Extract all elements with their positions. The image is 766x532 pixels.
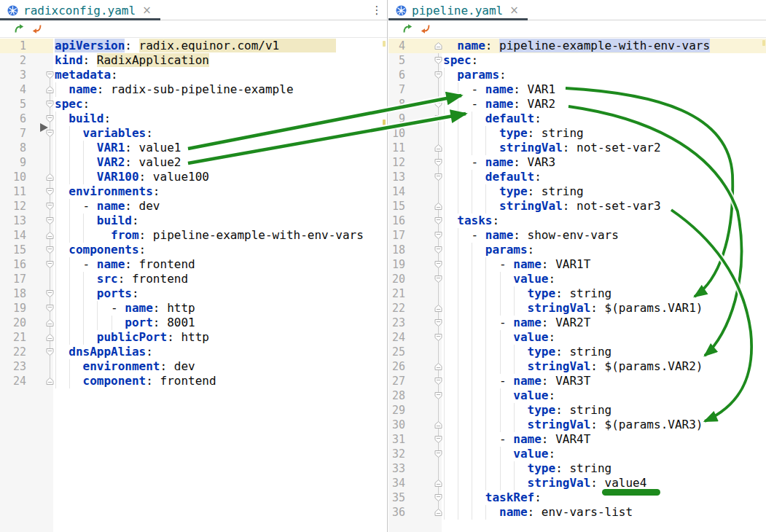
fold-marker-icon[interactable] bbox=[434, 450, 442, 458]
more-options-icon[interactable]: ⋮ bbox=[371, 2, 383, 18]
code-line[interactable]: 23 - name: VAR2T bbox=[388, 316, 766, 330]
code-line[interactable]: 16 - name: frontend bbox=[0, 257, 387, 272]
code-line[interactable]: 12 - name: dev bbox=[0, 199, 387, 214]
code-line[interactable]: 6 build: bbox=[0, 112, 387, 126]
fold-marker-icon[interactable] bbox=[434, 377, 442, 386]
editor-radixconfig[interactable]: 1apiVersion: radix.equinor.com/v12kind: … bbox=[0, 39, 387, 532]
code-line[interactable]: 36 name: env-vars-list bbox=[388, 505, 766, 520]
code-line[interactable]: 30 stringVal: $(params.VAR3) bbox=[388, 418, 766, 432]
fold-marker-icon[interactable] bbox=[46, 231, 54, 240]
fold-marker-icon[interactable] bbox=[434, 173, 442, 181]
code-line[interactable]: 10 VAR100: value100 bbox=[0, 170, 387, 184]
code-line[interactable]: 10 type: string bbox=[388, 126, 766, 141]
orange-arrow-icon[interactable] bbox=[421, 23, 431, 34]
code-line[interactable]: 8 - name: VAR2 bbox=[388, 97, 766, 112]
code-line[interactable]: 28 value: bbox=[388, 388, 766, 403]
fold-marker-icon[interactable] bbox=[46, 216, 54, 225]
code-line[interactable]: 19 - name: http bbox=[0, 301, 387, 316]
tab-pipeline[interactable]: pipeline.yaml × bbox=[388, 0, 528, 20]
fold-marker-icon[interactable] bbox=[46, 304, 54, 313]
code-line[interactable]: 31 - name: VAR4T bbox=[388, 432, 766, 447]
code-line[interactable]: 26 stringVal: $(params.VAR2) bbox=[388, 359, 766, 374]
code-line[interactable]: 9 default: bbox=[388, 112, 766, 126]
fold-marker-icon[interactable] bbox=[434, 275, 442, 283]
code-line[interactable]: 34 stringVal: value4 bbox=[388, 476, 766, 490]
code-line[interactable]: 11 environments: bbox=[0, 184, 387, 199]
green-arrow-icon[interactable] bbox=[402, 23, 413, 34]
fold-marker-icon[interactable] bbox=[434, 144, 442, 152]
fold-marker-icon[interactable] bbox=[434, 71, 442, 79]
code-line[interactable]: 14 type: string bbox=[388, 184, 766, 199]
fold-marker-icon[interactable] bbox=[434, 42, 442, 50]
fold-marker-icon[interactable] bbox=[434, 420, 442, 429]
fold-marker-icon[interactable] bbox=[46, 85, 54, 94]
code-line[interactable]: 33 type: string bbox=[388, 461, 766, 476]
code-line[interactable]: 11 stringVal: not-set-var2 bbox=[388, 141, 766, 155]
fold-marker-icon[interactable] bbox=[434, 362, 442, 371]
code-line[interactable]: 20 value: bbox=[388, 272, 766, 286]
fold-marker-icon[interactable] bbox=[46, 260, 54, 269]
fold-marker-icon[interactable] bbox=[434, 231, 442, 240]
fold-marker-icon[interactable] bbox=[434, 246, 442, 254]
fold-marker-icon[interactable] bbox=[434, 114, 442, 123]
code-line[interactable]: 22 dnsAppAlias: bbox=[0, 345, 387, 359]
code-line[interactable]: 15 stringVal: not-set-var3 bbox=[388, 199, 766, 214]
fold-marker-icon[interactable] bbox=[434, 304, 442, 313]
tab-close-icon[interactable]: × bbox=[509, 4, 519, 17]
code-line[interactable]: 23 environment: dev bbox=[0, 359, 387, 374]
code-line[interactable]: 24 value: bbox=[388, 330, 766, 345]
code-line[interactable]: 13 default: bbox=[388, 170, 766, 184]
fold-marker-icon[interactable] bbox=[434, 260, 442, 269]
tab-radixconfig[interactable]: radixconfig.yaml × bbox=[0, 0, 160, 20]
code-line[interactable]: 5spec: bbox=[388, 53, 766, 68]
code-line[interactable]: 4 name: radix-sub-pipeline-example bbox=[0, 82, 387, 97]
fold-marker-icon[interactable] bbox=[46, 187, 54, 196]
tab-close-icon[interactable]: × bbox=[142, 4, 152, 17]
code-line[interactable]: 20 port: 8001 bbox=[0, 316, 387, 330]
fold-marker-icon[interactable] bbox=[434, 493, 442, 502]
code-line[interactable]: 19 - name: VAR1T bbox=[388, 257, 766, 272]
fold-marker-icon[interactable] bbox=[434, 333, 442, 342]
code-line[interactable]: 18 ports: bbox=[0, 286, 387, 301]
code-line[interactable]: 13 build: bbox=[0, 214, 387, 228]
code-line[interactable]: 7 variables: bbox=[0, 126, 387, 141]
code-line[interactable]: 2kind: RadixApplication bbox=[0, 53, 387, 68]
fold-marker-icon[interactable] bbox=[434, 318, 442, 327]
code-line[interactable]: 17 - name: show-env-vars bbox=[388, 228, 766, 243]
code-line[interactable]: 35 taskRef: bbox=[388, 490, 766, 505]
code-line[interactable]: 14 from: pipeline-example-with-env-vars bbox=[0, 228, 387, 243]
fold-marker-icon[interactable] bbox=[434, 435, 442, 444]
fold-marker-icon[interactable] bbox=[46, 289, 54, 298]
split-divider[interactable] bbox=[387, 0, 388, 532]
code-line[interactable]: 15 components: bbox=[0, 243, 387, 257]
code-line[interactable]: 17 src: frontend bbox=[0, 272, 387, 286]
code-line[interactable]: 21 publicPort: http bbox=[0, 330, 387, 345]
fold-marker-icon[interactable] bbox=[434, 391, 442, 400]
fold-marker-icon[interactable] bbox=[434, 202, 442, 211]
green-arrow-icon[interactable] bbox=[13, 23, 24, 34]
fold-marker-icon[interactable] bbox=[46, 173, 54, 181]
fold-marker-icon[interactable] bbox=[46, 348, 54, 356]
fold-marker-icon[interactable] bbox=[434, 158, 442, 167]
code-line[interactable]: 1apiVersion: radix.equinor.com/v1 bbox=[0, 39, 387, 53]
editor-pipeline[interactable]: 4 name: pipeline-example-with-env-vars5s… bbox=[388, 39, 766, 532]
code-line[interactable]: 16 tasks: bbox=[388, 214, 766, 228]
code-line[interactable]: 21 type: string bbox=[388, 286, 766, 301]
code-line[interactable]: 18 params: bbox=[388, 243, 766, 257]
fold-marker-icon[interactable] bbox=[434, 508, 442, 517]
fold-marker-icon[interactable] bbox=[46, 333, 54, 342]
code-line[interactable]: 5spec: bbox=[0, 97, 387, 112]
orange-arrow-icon[interactable] bbox=[32, 23, 43, 34]
fold-marker-icon[interactable] bbox=[46, 202, 54, 211]
fold-marker-icon[interactable] bbox=[46, 377, 54, 386]
code-line[interactable]: 8 VAR1: value1 bbox=[0, 141, 387, 155]
fold-marker-icon[interactable] bbox=[46, 246, 54, 254]
code-line[interactable]: 29 type: string bbox=[388, 403, 766, 418]
code-line[interactable]: 32 value: bbox=[388, 447, 766, 461]
fold-marker-icon[interactable] bbox=[434, 479, 442, 488]
code-line[interactable]: 12 - name: VAR3 bbox=[388, 155, 766, 170]
code-line[interactable]: 4 name: pipeline-example-with-env-vars bbox=[388, 39, 766, 53]
code-line[interactable]: 7 - name: VAR1 bbox=[388, 82, 766, 97]
code-line[interactable]: 6 params: bbox=[388, 68, 766, 82]
fold-marker-icon[interactable] bbox=[46, 114, 54, 123]
